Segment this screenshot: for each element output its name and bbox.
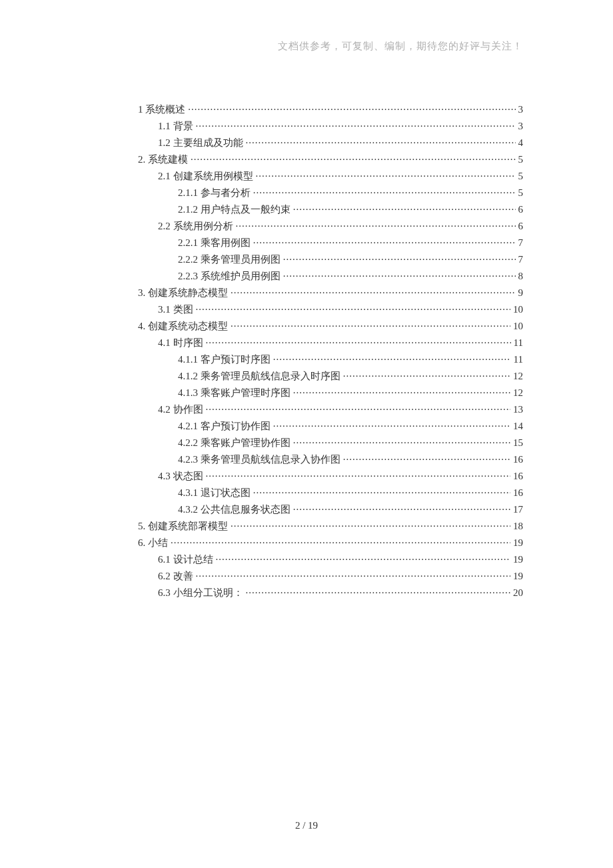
- toc-leader-dots: [293, 436, 510, 446]
- toc-entry-title: 4.2.2 乘客账户管理协作图: [178, 437, 291, 449]
- toc-entry-page: 15: [513, 437, 523, 449]
- toc-entry-title: 4.3.2 公共信息服务状态图: [178, 503, 291, 516]
- toc-leader-dots: [231, 319, 510, 329]
- toc-entry: 3.1 类图10: [138, 303, 523, 316]
- toc-entry-title: 2.1.2 用户特点及一般约束: [178, 203, 291, 216]
- toc-leader-dots: [188, 103, 515, 113]
- toc-leader-dots: [196, 569, 511, 579]
- page-number: 2 / 19: [0, 820, 613, 831]
- toc-entry-title: 4.1.3 乘客账户管理时序图: [178, 387, 291, 399]
- toc-entry-page: 4: [518, 137, 524, 149]
- toc-leader-dots: [231, 519, 510, 529]
- toc-leader-dots: [253, 486, 510, 496]
- toc-entry-page: 10: [513, 304, 523, 315]
- toc-leader-dots: [253, 236, 516, 246]
- toc-leader-dots: [343, 453, 510, 463]
- toc-leader-dots: [236, 219, 516, 229]
- toc-entry: 4.2.1 客户预订协作图14: [138, 419, 523, 433]
- toc-entry-page: 20: [513, 587, 523, 599]
- toc-entry-page: 6: [518, 221, 524, 232]
- toc-entry: 2.1.1 参与者分析5: [138, 186, 523, 199]
- toc-entry-page: 5: [518, 187, 524, 199]
- toc-entry-title: 4.1.1 客户预订时序图: [178, 353, 271, 366]
- toc-leader-dots: [206, 469, 511, 479]
- toc-entry: 4.1.3 乘客账户管理时序图12: [138, 386, 523, 399]
- toc-entry-title: 4.3 状态图: [158, 470, 203, 483]
- toc-leader-dots: [206, 403, 511, 413]
- toc-entry-title: 6.3 小组分工说明：: [158, 587, 243, 599]
- toc-leader-dots: [273, 353, 511, 363]
- toc-leader-dots: [171, 536, 510, 546]
- toc-leader-dots: [246, 136, 516, 146]
- toc-leader-dots: [283, 269, 516, 279]
- toc-entry-page: 12: [513, 387, 523, 399]
- toc-entry: 1.1 背景3: [138, 119, 523, 133]
- toc-entry-page: 13: [513, 404, 523, 415]
- toc-entry-page: 19: [513, 571, 523, 582]
- toc-entry: 2.2.3 系统维护员用例图8: [138, 269, 523, 283]
- toc-entry-page: 5: [518, 154, 524, 165]
- toc-entry: 4. 创建系统动态模型10: [138, 319, 523, 333]
- toc-entry: 4.1.1 客户预订时序图11: [138, 353, 523, 366]
- toc-entry-title: 2.2.1 乘客用例图: [178, 237, 251, 249]
- toc-leader-dots: [283, 253, 516, 263]
- toc-entry: 6.1 设计总结19: [138, 553, 523, 566]
- toc-entry: 6.2 改善19: [138, 569, 523, 583]
- toc-leader-dots: [196, 119, 516, 129]
- toc-leader-dots: [206, 336, 511, 346]
- toc-entry: 4.2 协作图13: [138, 403, 523, 416]
- toc-entry-page: 17: [513, 504, 523, 515]
- toc-entry-title: 5. 创建系统部署模型: [138, 520, 228, 533]
- toc-leader-dots: [231, 286, 516, 296]
- toc-entry: 4.3.2 公共信息服务状态图17: [138, 503, 523, 516]
- toc-entry-title: 2.1 创建系统用例模型: [158, 170, 253, 183]
- toc-entry: 6. 小结19: [138, 536, 523, 549]
- toc-entry-title: 4. 创建系统动态模型: [138, 320, 228, 333]
- toc-entry: 4.2.2 乘客账户管理协作图15: [138, 436, 523, 449]
- toc-leader-dots: [293, 203, 516, 213]
- toc-leader-dots: [343, 369, 510, 379]
- toc-entry-page: 10: [513, 321, 523, 332]
- toc-entry-title: 1.1 背景: [158, 120, 193, 133]
- table-of-contents: 1 系统概述31.1 背景31.2 主要组成及功能42. 系统建模52.1 创建…: [90, 103, 523, 599]
- toc-entry-title: 4.3.1 退订状态图: [178, 487, 251, 499]
- toc-entry: 2.1 创建系统用例模型5: [138, 169, 523, 183]
- toc-entry-page: 12: [513, 371, 523, 382]
- toc-leader-dots: [293, 503, 510, 513]
- toc-entry: 2.2.1 乘客用例图7: [138, 236, 523, 249]
- toc-leader-dots: [191, 153, 516, 163]
- toc-entry-page: 6: [518, 204, 524, 215]
- toc-entry-page: 7: [518, 237, 524, 249]
- toc-entry-page: 5: [518, 171, 524, 182]
- toc-entry: 4.1 时序图11: [138, 336, 523, 349]
- toc-entry-page: 3: [518, 104, 524, 115]
- toc-entry: 4.1.2 乘务管理员航线信息录入时序图12: [138, 369, 523, 383]
- toc-entry-title: 1.2 主要组成及功能: [158, 137, 243, 149]
- toc-entry: 5. 创建系统部署模型18: [138, 519, 523, 533]
- toc-entry-page: 7: [518, 254, 524, 265]
- toc-leader-dots: [273, 419, 510, 429]
- toc-entry: 4.3 状态图16: [138, 469, 523, 483]
- toc-entry: 2.1.2 用户特点及一般约束6: [138, 203, 523, 216]
- toc-entry-page: 14: [513, 421, 523, 432]
- toc-entry-title: 2.2 系统用例分析: [158, 220, 233, 233]
- toc-entry-title: 4.2.3 乘务管理员航线信息录入协作图: [178, 453, 340, 466]
- toc-entry: 1 系统概述3: [138, 103, 523, 116]
- toc-entry-title: 4.2.1 客户预订协作图: [178, 420, 271, 433]
- toc-entry-title: 2.2.3 系统维护员用例图: [178, 270, 281, 283]
- toc-entry: 2. 系统建模5: [138, 153, 523, 166]
- toc-entry-title: 2. 系统建模: [138, 153, 188, 166]
- header-note: 文档供参考，可复制、编制，期待您的好评与关注！: [90, 40, 523, 53]
- toc-entry: 2.2.2 乘务管理员用例图7: [138, 253, 523, 266]
- document-page: 文档供参考，可复制、编制，期待您的好评与关注！ 1 系统概述31.1 背景31.…: [0, 0, 613, 868]
- toc-leader-dots: [196, 303, 511, 313]
- toc-entry: 3. 创建系统静态模型9: [138, 286, 523, 299]
- toc-leader-dots: [293, 386, 510, 396]
- toc-entry-title: 3. 创建系统静态模型: [138, 287, 228, 299]
- toc-leader-dots: [253, 186, 516, 196]
- toc-entry-page: 19: [513, 537, 523, 549]
- toc-entry-page: 9: [518, 287, 524, 299]
- toc-entry-title: 2.2.2 乘务管理员用例图: [178, 253, 281, 266]
- toc-entry-title: 2.1.1 参与者分析: [178, 187, 251, 199]
- toc-entry-page: 16: [513, 471, 523, 482]
